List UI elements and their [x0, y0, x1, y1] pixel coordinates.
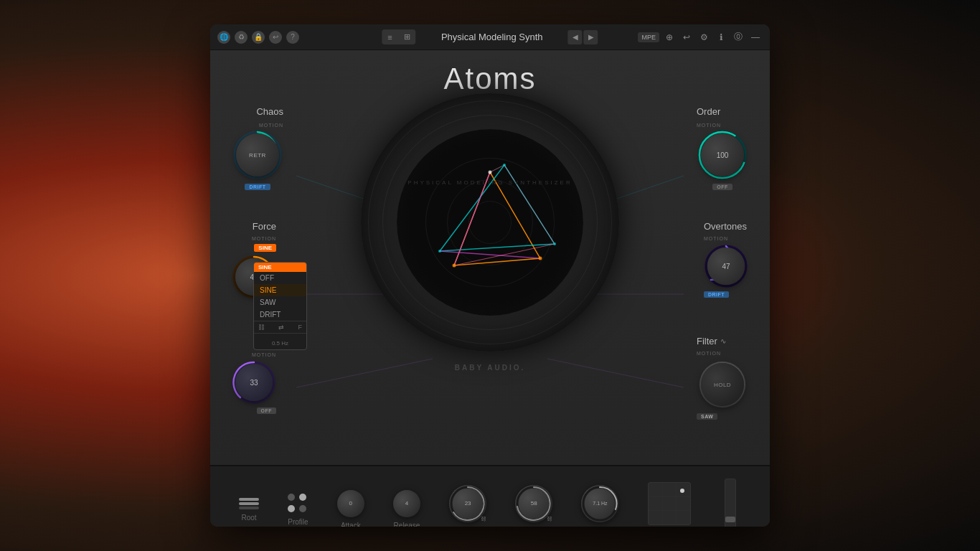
svg-point-18 — [438, 250, 441, 253]
output-control: Output — [720, 479, 741, 527]
drive-badge[interactable]: OFF — [257, 408, 277, 414]
filter-wave-icon: ∿ — [720, 337, 726, 345]
movement-knob-wrap: 23 ⛓ — [449, 485, 486, 522]
svg-point-14 — [539, 257, 542, 260]
next-preset-button[interactable]: ▶ — [584, 30, 598, 44]
order-badge[interactable]: OFF — [712, 184, 732, 190]
attack-knob[interactable]: 0 — [337, 490, 364, 517]
arrows-icon[interactable]: ⇄ — [278, 324, 284, 331]
icon4[interactable]: ℹ — [714, 30, 728, 44]
icon1[interactable]: ⊕ — [662, 30, 677, 44]
overtones-badge-wrap: DRIFT — [704, 291, 729, 298]
force-label: Force — [253, 221, 276, 232]
modulation-value: 58 — [531, 500, 537, 507]
root-control: Root — [239, 498, 259, 522]
filter-badge[interactable]: SAW — [697, 413, 717, 420]
movement-value: 23 — [465, 500, 471, 507]
title-bar-center: ≡ ⊞ Physical Modeling Synth ◀ ▶ — [382, 29, 598, 44]
link-icon[interactable]: ⛓ — [258, 324, 265, 331]
dropdown-drift[interactable]: DRIFT — [254, 309, 306, 321]
root-label: Root — [242, 514, 257, 522]
overtones-knob-body: 47 — [707, 248, 745, 285]
order-knob[interactable]: 100 — [697, 129, 748, 181]
svg-line-10 — [504, 165, 555, 244]
svg-marker-7 — [440, 165, 555, 251]
orb-outer: physical modeling synthesizer — [361, 93, 619, 352]
lock-icon[interactable]: 🔒 — [252, 31, 265, 44]
overtones-knob-value: 47 — [722, 263, 730, 270]
chaos-badge[interactable]: DRIFT — [245, 184, 270, 190]
chaos-knob-body: RETR — [236, 133, 279, 176]
profile-label: Profile — [288, 518, 308, 526]
output-slider[interactable] — [725, 479, 736, 527]
plugin-window: 🌐 ♻ 🔒 ↩ ? ≡ ⊞ Physical Modeling Synth ◀ … — [210, 24, 770, 527]
space-grid[interactable] — [648, 482, 691, 525]
force-motion-label: MOTION — [252, 236, 276, 241]
order-knob-body: 100 — [701, 133, 744, 176]
svg-point-15 — [453, 264, 456, 268]
svg-line-9 — [440, 251, 540, 258]
plugin-title: Atoms — [210, 50, 770, 96]
overtones-badge[interactable]: DRIFT — [704, 291, 729, 298]
svg-point-13 — [489, 171, 492, 174]
profile-dot-3[interactable] — [288, 505, 295, 512]
profile-dot-2[interactable] — [299, 494, 306, 501]
drive-knob[interactable]: 33 — [232, 360, 276, 405]
chaos-knob-value: RETR — [249, 152, 266, 159]
filter-section: Filter ∿ MOTION HOLD SAW — [697, 336, 748, 420]
orb-container[interactable]: physical modeling synthesizer — [361, 93, 619, 352]
profile-dot-1[interactable] — [288, 494, 295, 501]
force-waveform-badge[interactable]: SINE — [254, 244, 276, 252]
vibrato-control: 7.1 Hz Vibrato — [581, 485, 618, 527]
chaos-knob[interactable]: RETR — [232, 129, 283, 181]
icon2[interactable]: ↩ — [679, 30, 694, 44]
root-slider-3[interactable] — [239, 507, 259, 509]
drive-knob-value: 33 — [250, 379, 258, 387]
recycle-icon[interactable]: ♻ — [235, 31, 248, 44]
release-control: 4 Release — [393, 490, 420, 527]
dropdown-sine[interactable]: SINE — [254, 284, 306, 296]
output-slider-thumb — [725, 517, 735, 522]
order-section: Order MOTION 100 OFF — [697, 106, 748, 190]
profile-dots[interactable] — [288, 494, 308, 514]
modulation-knob-wrap: 58 ⛓ — [515, 485, 552, 522]
filter-hold-label: HOLD — [714, 382, 731, 388]
movement-link-icon: ⛓ — [479, 515, 488, 524]
back-icon[interactable]: ↩ — [269, 31, 282, 44]
filter-hold-knob[interactable]: HOLD — [697, 359, 748, 410]
title-bar: 🌐 ♻ 🔒 ↩ ? ≡ ⊞ Physical Modeling Synth ◀ … — [210, 24, 770, 50]
grid-view-button[interactable]: ⊞ — [398, 29, 416, 44]
root-sliders[interactable] — [239, 498, 259, 509]
orb-label: physical modeling synthesizer — [407, 179, 572, 186]
mpe-badge[interactable]: MPE — [638, 32, 659, 42]
filter-label: Filter — [697, 336, 717, 347]
help-icon[interactable]: ? — [286, 31, 299, 44]
list-view-button[interactable]: ≡ — [382, 29, 397, 44]
waveform-dropdown[interactable]: SINE OFF SINE SAW DRIFT ⛓ ⇄ F 0.5 Hz — [253, 262, 307, 350]
root-slider-1[interactable] — [239, 498, 259, 501]
svg-line-5 — [547, 359, 684, 387]
freq-display: 0.5 Hz — [272, 340, 288, 347]
release-label: Release — [394, 522, 420, 527]
overtones-knob[interactable]: 47 — [704, 244, 748, 288]
drive-motion-label: MOTION — [252, 352, 276, 357]
svg-line-4 — [296, 359, 433, 387]
f-icon[interactable]: F — [298, 324, 303, 331]
icon5[interactable]: ⓪ — [731, 30, 745, 44]
vibrato-knob[interactable]: 7.1 Hz — [581, 485, 618, 522]
icon3[interactable]: ⚙ — [697, 30, 711, 44]
icon6[interactable]: — — [748, 30, 763, 44]
profile-dot-4[interactable] — [299, 505, 306, 512]
overtones-label: Overtones — [704, 221, 747, 232]
globe-icon[interactable]: 🌐 — [217, 31, 230, 44]
modulation-link-icon: ⛓ — [545, 515, 554, 524]
release-knob[interactable]: 4 — [393, 490, 420, 517]
svg-line-8 — [454, 172, 490, 265]
dropdown-saw[interactable]: SAW — [254, 296, 306, 309]
nav-buttons[interactable]: ≡ ⊞ — [382, 29, 415, 44]
filter-badge-wrap: SAW — [697, 413, 717, 420]
prev-preset-button[interactable]: ◀ — [568, 30, 583, 44]
root-slider-2[interactable] — [239, 502, 259, 505]
movement-control: 23 ⛓ Movement — [449, 485, 486, 527]
dropdown-off[interactable]: OFF — [254, 272, 306, 284]
